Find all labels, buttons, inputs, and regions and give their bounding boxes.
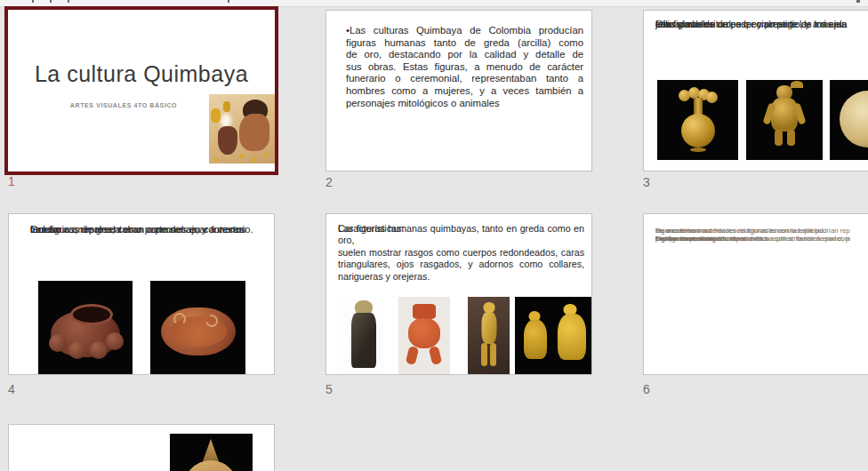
slide5-body-text: Características: Las figuras humanas qui… <box>338 223 584 283</box>
clay-pot <box>38 281 133 374</box>
gold-figure-torso <box>746 80 823 160</box>
slide1-title: La cultura Quimbaya <box>8 61 275 87</box>
ribbon-edge-fragment <box>68 0 69 3</box>
ribbon-edge-fragment <box>32 0 34 3</box>
gold-standing-figure <box>468 297 510 375</box>
slide-sorter-view: La cultura Quimbaya ARTES VISUALES 4TO B… <box>0 0 868 471</box>
dark-ceramic-figure <box>343 297 384 375</box>
gold-piece <box>214 158 219 162</box>
clay-bowl <box>150 281 245 374</box>
figure-body <box>239 114 269 151</box>
slide-thumbnail-6[interactable]: Figuras femeninas: Se encuentran con fre… <box>643 213 868 375</box>
ribbon-edge-fragment <box>50 0 52 3</box>
gold-piece <box>252 158 256 162</box>
slide-number-3: 3 <box>643 175 650 189</box>
slide1-subtitle: ARTES VISUALES 4TO BÁSICO <box>8 102 239 108</box>
slide-number-1: 1 <box>8 174 15 188</box>
gold-poporo-vessel <box>657 80 738 160</box>
orange-seated-figure <box>398 297 450 375</box>
gold-mask-head <box>170 434 253 471</box>
slide-thumbnail-4[interactable]: Greda: Las figuras de greda eran comunes… <box>8 213 275 375</box>
ribbon-edge-fragment <box>856 0 860 3</box>
gold-piece <box>239 155 244 158</box>
gold-disc <box>830 80 868 160</box>
slide-thumbnail-7[interactable] <box>8 424 275 471</box>
slide-thumbnail-2[interactable]: •Las culturas Quimbaya de Colombia produ… <box>326 10 592 172</box>
goldsmith-illustration <box>209 94 277 164</box>
clay-furnace <box>218 126 237 155</box>
slide-number-5: 5 <box>326 382 333 396</box>
ribbon-edge-fragment <box>228 0 229 3</box>
gold-piece <box>264 153 269 156</box>
gold-figurine <box>223 101 230 112</box>
slide-thumbnail-3[interactable]: Oro: Las figuras de oro, especialmente l… <box>643 10 868 172</box>
gold-figurine <box>211 108 221 123</box>
slide-number-6: 6 <box>643 382 650 396</box>
slide-thumbnail-5[interactable]: Características: Las figuras humanas qui… <box>326 213 592 375</box>
slide-number-2: 2 <box>326 175 333 189</box>
slide-thumbnail-1[interactable]: La cultura Quimbaya ARTES VISUALES 4TO B… <box>4 6 278 175</box>
two-gold-seated-figures <box>515 297 592 375</box>
slide-number-4: 4 <box>8 382 15 396</box>
slide2-body-text: •Las culturas Quimbaya de Colombia produ… <box>346 25 583 109</box>
